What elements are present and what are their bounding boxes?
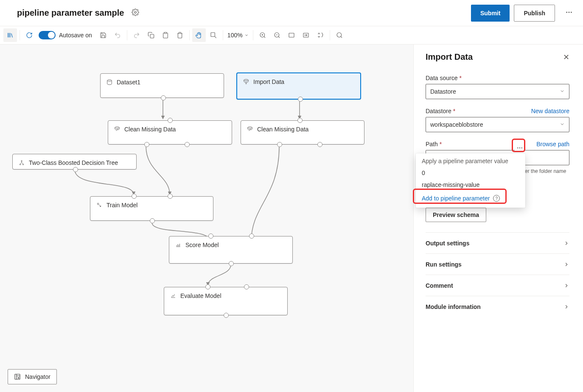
train-icon bbox=[96, 202, 102, 209]
new-datastore-link[interactable]: New datastore bbox=[531, 108, 569, 114]
chevron-down-icon bbox=[560, 121, 565, 128]
menu-item-replace[interactable]: raplace-missing-value bbox=[416, 179, 525, 191]
svg-rect-5 bbox=[164, 32, 166, 33]
node-two-class[interactable]: Two-Class Boosted Decision Tree bbox=[12, 154, 137, 170]
svg-point-13 bbox=[244, 79, 249, 81]
page-title: pipeline parameter sample bbox=[17, 8, 124, 18]
refresh-icon[interactable] bbox=[22, 28, 36, 42]
node-label: Score Model bbox=[185, 242, 219, 248]
copy-icon[interactable] bbox=[144, 28, 158, 42]
node-label: Clean Missing Data bbox=[257, 126, 308, 133]
node-label: Clean Missing Data bbox=[124, 126, 176, 133]
more-icon[interactable] bbox=[563, 7, 575, 19]
zoom-out-icon[interactable] bbox=[270, 28, 284, 42]
pipeline-parameter-menu: Apply a pipeline parameter value 0 rapla… bbox=[416, 153, 525, 208]
svg-rect-6 bbox=[211, 33, 215, 36]
autosave-toggle[interactable] bbox=[39, 31, 56, 39]
svg-point-23 bbox=[521, 147, 522, 148]
node-label: Dataset1 bbox=[117, 79, 140, 86]
node-dataset1[interactable]: Dataset1 bbox=[100, 73, 224, 98]
node-label: Train Model bbox=[107, 202, 137, 209]
tree-icon bbox=[19, 160, 25, 167]
save-icon[interactable] bbox=[96, 28, 110, 42]
svg-point-22 bbox=[519, 147, 520, 148]
menu-header: Apply a pipeline parameter value bbox=[416, 155, 525, 167]
node-import-data[interactable]: Import Data bbox=[236, 72, 361, 100]
node-train-model[interactable]: Train Model bbox=[90, 196, 213, 221]
section-run-settings[interactable]: Run settings bbox=[426, 254, 569, 275]
svg-point-12 bbox=[107, 80, 112, 81]
zoom-level[interactable]: 100% bbox=[227, 32, 249, 39]
svg-point-2 bbox=[569, 11, 569, 12]
svg-point-15 bbox=[248, 127, 252, 128]
node-score-model[interactable]: Score Model bbox=[169, 236, 293, 264]
svg-point-21 bbox=[517, 147, 518, 148]
delete-icon[interactable] bbox=[173, 28, 187, 42]
publish-button[interactable]: Publish bbox=[514, 5, 555, 22]
node-label: Import Data bbox=[253, 78, 284, 85]
section-module-info[interactable]: Module information bbox=[426, 296, 569, 317]
actual-size-icon[interactable] bbox=[299, 28, 313, 42]
paste-icon[interactable] bbox=[159, 28, 172, 42]
preview-schema-button[interactable]: Preview schema bbox=[426, 208, 486, 222]
select-icon[interactable] bbox=[207, 28, 220, 42]
section-comment[interactable]: Comment bbox=[426, 275, 569, 296]
node-clean-missing-1[interactable]: Clean Missing Data bbox=[108, 120, 232, 145]
search-icon[interactable] bbox=[333, 28, 346, 42]
node-label: Evaluate Model bbox=[180, 292, 221, 299]
svg-point-17 bbox=[20, 164, 20, 165]
chevron-down-icon bbox=[560, 88, 565, 95]
section-output-settings[interactable]: Output settings bbox=[426, 233, 569, 254]
svg-point-11 bbox=[337, 33, 342, 37]
svg-point-14 bbox=[115, 127, 120, 128]
svg-point-3 bbox=[571, 11, 572, 12]
svg-point-18 bbox=[22, 164, 23, 165]
navigator-label: Navigator bbox=[25, 373, 50, 380]
data-source-select[interactable]: Datastore bbox=[426, 84, 569, 99]
toolbar: Autosave on 100% bbox=[0, 26, 583, 44]
import-icon bbox=[243, 79, 249, 86]
node-label: Two-Class Boosted Decision Tree bbox=[29, 159, 118, 166]
path-label: Path* bbox=[426, 141, 442, 147]
undo-icon[interactable] bbox=[111, 28, 124, 42]
svg-point-19 bbox=[97, 203, 99, 205]
add-pipeline-parameter-action[interactable]: Add to pipeline parameter ? bbox=[416, 191, 525, 206]
pan-icon[interactable] bbox=[192, 28, 206, 42]
svg-point-1 bbox=[566, 11, 567, 12]
score-icon bbox=[175, 242, 181, 249]
close-icon[interactable]: ✕ bbox=[563, 53, 569, 62]
path-more-button[interactable] bbox=[515, 143, 525, 153]
gear-icon[interactable] bbox=[132, 8, 139, 18]
info-icon: ? bbox=[493, 195, 500, 202]
datastore-label: Datastore* bbox=[426, 108, 455, 114]
clean-icon bbox=[247, 126, 253, 133]
autosave-label: Autosave on bbox=[59, 32, 92, 39]
svg-rect-10 bbox=[303, 33, 308, 37]
svg-rect-4 bbox=[150, 34, 154, 38]
redo-icon[interactable] bbox=[130, 28, 143, 42]
fit-icon[interactable] bbox=[285, 28, 298, 42]
svg-rect-20 bbox=[15, 374, 20, 379]
data-source-label: Data source* bbox=[426, 75, 569, 81]
zoom-in-icon[interactable] bbox=[256, 28, 269, 42]
evaluate-icon bbox=[170, 293, 176, 300]
svg-point-16 bbox=[21, 161, 22, 161]
navigator-button[interactable]: Navigator bbox=[8, 369, 57, 384]
datastore-select[interactable]: workspaceblobstore bbox=[426, 117, 569, 132]
browse-path-link[interactable]: Browse path bbox=[536, 141, 569, 147]
panel-title: Import Data bbox=[426, 52, 473, 62]
submit-button[interactable]: Submit bbox=[471, 5, 510, 22]
svg-point-0 bbox=[135, 11, 137, 13]
node-clean-missing-2[interactable]: Clean Missing Data bbox=[241, 120, 364, 145]
svg-rect-9 bbox=[289, 33, 294, 37]
menu-item-0[interactable]: 0 bbox=[416, 167, 525, 179]
library-icon[interactable] bbox=[3, 28, 17, 42]
properties-panel: Import Data ✕ Data source* Datastore Dat… bbox=[413, 44, 583, 392]
database-icon bbox=[107, 79, 112, 86]
node-evaluate-model[interactable]: Evaluate Model bbox=[164, 287, 288, 315]
clean-icon bbox=[114, 126, 120, 133]
auto-layout-icon[interactable] bbox=[314, 28, 327, 42]
